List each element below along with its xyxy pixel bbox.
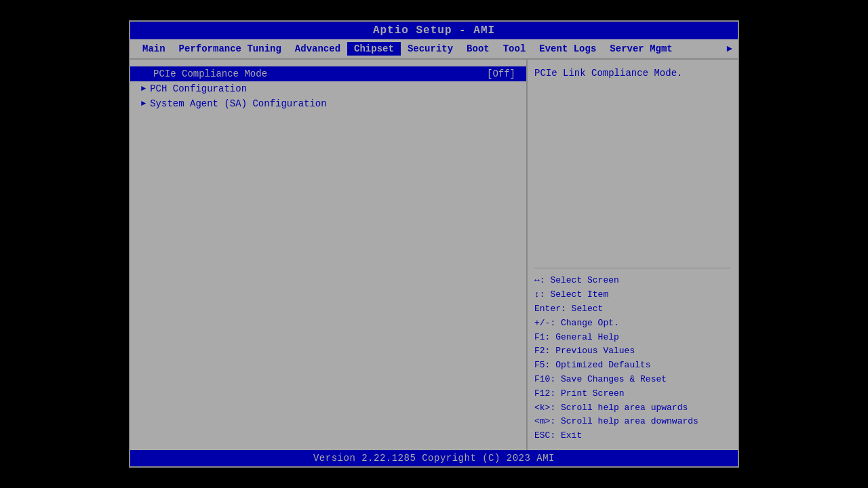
footer: Version 2.22.1285 Copyright (C) 2023 AMI: [130, 450, 738, 466]
bios-container: Aptio Setup - AMI MainPerformance Tuning…: [129, 20, 739, 468]
left-panel: PCIe Compliance Mode[Off]►PCH Configurat…: [130, 60, 528, 450]
menu-item-advanced[interactable]: Advanced: [288, 42, 347, 56]
row-label: PCH Configuration: [150, 83, 515, 94]
key-hint-0: ↔: Select Screen: [534, 274, 731, 288]
menu-item-performance-tuning[interactable]: Performance Tuning: [172, 42, 288, 56]
menu-item-tool[interactable]: Tool: [496, 42, 533, 56]
menu-scroll-arrow[interactable]: ►: [727, 43, 732, 54]
key-hint-1: ↕: Select Item: [534, 288, 731, 302]
title-text: Aptio Setup - AMI: [373, 24, 495, 37]
submenu-arrow-icon: ►: [141, 84, 146, 94]
menu-item-main[interactable]: Main: [136, 42, 172, 56]
menu-bar: MainPerformance TuningAdvancedChipsetSec…: [130, 39, 738, 60]
bios-row-1[interactable]: ►PCH Configuration: [130, 81, 526, 96]
help-text-content: PCIe Link Compliance Mode.: [534, 68, 682, 79]
footer-text: Version 2.22.1285 Copyright (C) 2023 AMI: [313, 453, 555, 464]
bios-row-2[interactable]: ►System Agent (SA) Configuration: [130, 96, 526, 111]
row-value: [Off]: [487, 68, 515, 79]
key-hint-7: F10: Save Changes & Reset: [534, 373, 731, 387]
key-hint-6: F5: Optimized Defaults: [534, 359, 731, 373]
help-text: PCIe Link Compliance Mode.: [534, 66, 731, 268]
key-hint-9: <k>: Scroll help area upwards: [534, 401, 731, 415]
menu-item-security[interactable]: Security: [401, 42, 460, 56]
key-hint-5: F2: Previous Values: [534, 344, 731, 359]
key-hint-2: Enter: Select: [534, 302, 731, 317]
key-hint-4: F1: General Help: [534, 331, 731, 345]
key-hint-3: +/-: Change Opt.: [534, 317, 731, 331]
key-help: ↔: Select Screen↕: Select ItemEnter: Sel…: [534, 268, 731, 443]
bios-row-0[interactable]: PCIe Compliance Mode[Off]: [130, 66, 526, 81]
key-hint-10: <m>: Scroll help area downwards: [534, 415, 731, 429]
submenu-arrow-icon: ►: [141, 99, 146, 108]
main-area: PCIe Compliance Mode[Off]►PCH Configurat…: [130, 60, 738, 450]
key-hint-8: F12: Print Screen: [534, 387, 731, 401]
right-panel: PCIe Link Compliance Mode. ↔: Select Scr…: [528, 60, 738, 450]
menu-item-boot[interactable]: Boot: [460, 42, 496, 56]
title-bar: Aptio Setup - AMI: [130, 22, 738, 39]
key-hint-11: ESC: Exit: [534, 429, 731, 443]
row-label: System Agent (SA) Configuration: [150, 98, 515, 109]
menu-item-server-mgmt[interactable]: Server Mgmt: [603, 42, 679, 56]
row-label: PCIe Compliance Mode: [153, 68, 480, 79]
menu-item-event-logs[interactable]: Event Logs: [532, 42, 603, 56]
menu-item-chipset[interactable]: Chipset: [347, 42, 401, 56]
